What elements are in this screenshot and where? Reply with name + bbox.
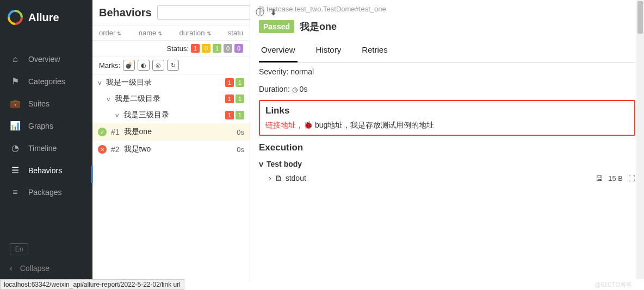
col-status[interactable]: statu bbox=[228, 29, 243, 37]
tree-node-l2[interactable]: ⅴ我是二级目录11 bbox=[92, 91, 250, 107]
col-name[interactable]: name bbox=[139, 29, 157, 37]
sidebar: Allure ⌂Overview ⚑Categories 💼Suites 📊Gr… bbox=[0, 0, 92, 279]
status-failed[interactable]: 1 bbox=[191, 44, 200, 53]
mark-flaky-icon[interactable]: ◐ bbox=[138, 60, 150, 71]
nav-overview[interactable]: ⌂Overview bbox=[0, 48, 92, 70]
file-icon: 🗎 bbox=[275, 174, 282, 182]
scroll-thumb[interactable] bbox=[637, 1, 643, 34]
mark-bomb-icon[interactable]: 💣 bbox=[123, 60, 135, 71]
crumb-text: testcase.test_two.TestDome#test_one bbox=[267, 5, 386, 13]
bug-link[interactable]: bug地址 bbox=[315, 121, 343, 129]
scrollbar[interactable] bbox=[636, 0, 644, 279]
count-badge: 1 bbox=[236, 94, 244, 103]
links-heading: Links bbox=[265, 105, 629, 116]
behaviors-panel: Behaviors ⓘ ⬇ order⇅ name⇅ duration⇅ sta… bbox=[92, 0, 250, 279]
search-input[interactable] bbox=[157, 5, 250, 20]
collapse-sidebar[interactable]: ‹Collapse bbox=[10, 264, 83, 273]
test-leaf-two[interactable]: ✕#2我是two0s bbox=[92, 141, 250, 158]
fullscreen-icon[interactable]: ⛶ bbox=[628, 174, 635, 182]
col-duration[interactable]: duration bbox=[179, 29, 205, 37]
duration-label: Duration: bbox=[259, 85, 290, 93]
chevron-down-icon: ⅴ bbox=[98, 79, 104, 86]
test-title: 我是one bbox=[300, 20, 337, 33]
mark-new-icon[interactable]: ◎ bbox=[152, 60, 164, 71]
nav-label: Overview bbox=[28, 55, 60, 64]
list-icon: ☰ bbox=[10, 165, 21, 175]
links-section: Links 链接地址，🐞 bug地址，我是存放测试用例的地址 bbox=[259, 100, 635, 136]
sep: ， bbox=[343, 121, 350, 129]
tab-history[interactable]: History bbox=[314, 40, 344, 62]
nav-categories[interactable]: ⚑Categories bbox=[0, 70, 92, 92]
chevron-right-icon: › bbox=[269, 174, 271, 182]
save-icon[interactable]: 🖫 bbox=[596, 174, 603, 182]
count-badge: 1 bbox=[236, 111, 244, 119]
chevron-down-icon: ⅴ bbox=[259, 160, 263, 168]
status-label: Status: bbox=[167, 45, 189, 53]
nav-timeline[interactable]: ◔Timeline bbox=[0, 137, 92, 159]
tab-overview[interactable]: Overview bbox=[259, 40, 298, 62]
count-badge: 1 bbox=[236, 78, 244, 87]
count-badge: 1 bbox=[225, 111, 234, 119]
marks-filter: Marks: 💣 ◐ ◎ ↻ bbox=[92, 56, 250, 74]
nav-suites[interactable]: 💼Suites bbox=[0, 92, 92, 115]
tree-node-l1[interactable]: ⅴ我是一级目录11 bbox=[92, 74, 250, 91]
sep: ， bbox=[296, 121, 304, 129]
stdout-row[interactable]: ›🗎stdout 🖫15 B⛶ bbox=[259, 171, 635, 186]
tree: ⅴ我是一级目录11 ⅴ我是二级目录11 ⅴ我是三级目录11 ✓#1我是one0s… bbox=[92, 74, 250, 279]
tabs: Overview History Retries bbox=[259, 40, 635, 63]
nav-label: Categories bbox=[28, 77, 65, 86]
leaf-name: 我是two bbox=[124, 144, 237, 154]
language-toggle[interactable]: En bbox=[10, 243, 28, 255]
nav-label: Packages bbox=[28, 188, 61, 197]
test-leaf-one[interactable]: ✓#1我是one0s bbox=[92, 123, 250, 141]
browser-statusbar: localhost:63342/weixin_api/allure-report… bbox=[0, 279, 184, 290]
nav-behaviors[interactable]: ☰Behaviors bbox=[0, 159, 92, 181]
leaf-num: #2 bbox=[111, 145, 120, 154]
mark-retry-icon[interactable]: ↻ bbox=[167, 60, 179, 71]
stdout-size: 15 B bbox=[608, 174, 623, 182]
nav-packages[interactable]: ≡Packages bbox=[0, 181, 92, 203]
leaf-dur: 0s bbox=[237, 146, 244, 154]
flag-icon: ⚑ bbox=[10, 76, 21, 86]
severity-row: Severity: normal bbox=[259, 63, 635, 80]
pass-icon: ✓ bbox=[98, 128, 107, 136]
testcase-link[interactable]: 我是存放测试用例的地址 bbox=[350, 121, 434, 129]
active-nav-indicator bbox=[91, 166, 93, 183]
duration-row: Duration: ◷ 0s bbox=[259, 80, 635, 98]
clock-icon: ◔ bbox=[10, 143, 21, 153]
copy-icon[interactable]: ⧉ bbox=[259, 4, 264, 14]
brand-text: Allure bbox=[28, 11, 59, 24]
chart-icon: 📊 bbox=[10, 121, 21, 131]
tree-node-l3[interactable]: ⅴ我是三级目录11 bbox=[92, 107, 250, 123]
allure-logo-icon bbox=[4, 7, 26, 28]
nav-label: Timeline bbox=[28, 144, 57, 153]
tree-label: 我是三级目录 bbox=[123, 110, 225, 120]
chevron-left-icon: ‹ bbox=[10, 264, 13, 273]
status-unknown[interactable]: 0 bbox=[234, 44, 243, 53]
tab-retries[interactable]: Retries bbox=[360, 40, 390, 62]
sort-icon: ⇅ bbox=[158, 30, 162, 36]
test-body-row[interactable]: ⅴTest body bbox=[259, 157, 635, 171]
briefcase-icon: 💼 bbox=[10, 98, 21, 109]
home-icon: ⌂ bbox=[10, 54, 21, 64]
chevron-down-icon: ⅴ bbox=[115, 112, 122, 119]
panel-title: Behaviors bbox=[99, 7, 152, 19]
nav-graphs[interactable]: 📊Graphs bbox=[0, 115, 92, 137]
col-order[interactable]: order bbox=[99, 29, 115, 37]
severity-value: normal bbox=[290, 67, 314, 76]
breadcrumb: ⧉testcase.test_two.TestDome#test_one bbox=[259, 4, 635, 17]
count-badge: 1 bbox=[225, 94, 234, 103]
execution-heading: Execution bbox=[259, 138, 635, 157]
logo[interactable]: Allure bbox=[0, 0, 92, 35]
link-url[interactable]: 链接地址 bbox=[265, 121, 296, 129]
tree-label: 我是一级目录 bbox=[106, 78, 225, 87]
leaf-name: 我是one bbox=[124, 127, 237, 137]
tree-label: 我是二级目录 bbox=[115, 94, 225, 104]
leaf-dur: 0s bbox=[237, 128, 244, 136]
status-skipped[interactable]: 0 bbox=[224, 44, 232, 53]
watermark: @51CTO博客 bbox=[595, 281, 632, 289]
status-passed[interactable]: 1 bbox=[213, 44, 221, 53]
status-broken[interactable]: 0 bbox=[202, 44, 210, 53]
chevron-down-icon: ⅴ bbox=[107, 96, 113, 103]
test-body-label: Test body bbox=[267, 160, 302, 168]
